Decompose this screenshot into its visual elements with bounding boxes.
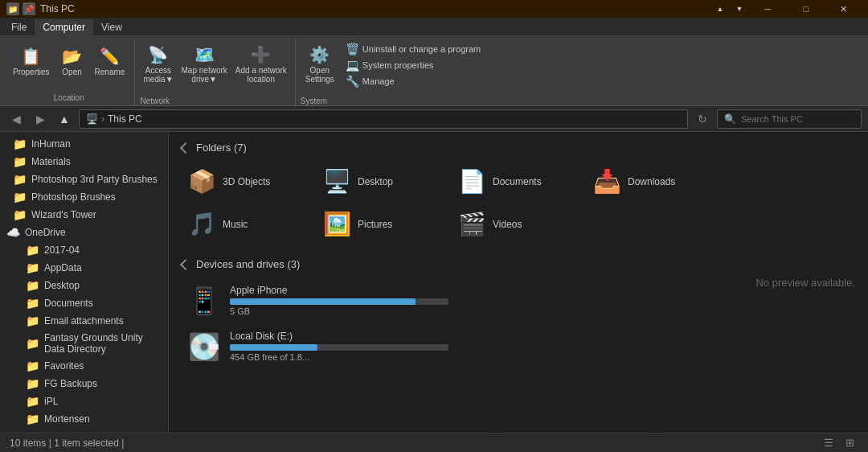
open-settings-button[interactable]: ⚙️ OpenSettings — [301, 42, 339, 85]
ribbon: 📋 Properties 📂 Open ✏️ Rename Location 📡… — [0, 35, 868, 106]
folder-downloads[interactable]: 📥 Downloads — [587, 163, 715, 199]
sidebar-item-fgud[interactable]: 📁 Fantasy Grounds Unity Data Directory — [0, 330, 168, 357]
localdisk-bar-container — [230, 344, 448, 351]
folder-documents[interactable]: 📄 Documents — [452, 163, 580, 199]
localdisk-icon: 💽 — [188, 331, 220, 362]
back-button[interactable]: ◀ — [6, 109, 26, 129]
sidebar-item-ps3rdparty[interactable]: 📁 Photoshop 3rd Party Brushes — [0, 171, 168, 188]
folder-icon: 📁 — [26, 413, 39, 425]
details-view-button[interactable]: ⊞ — [841, 436, 858, 450]
devices-section-label: Devices and drives (3) — [196, 258, 300, 270]
manage-button[interactable]: 🔧 Manage — [342, 74, 484, 88]
folder-documents-name: Documents — [493, 176, 542, 187]
properties-label: Properties — [13, 68, 50, 76]
forward-button[interactable]: ▶ — [31, 109, 50, 129]
iphone-icon: 📱 — [188, 286, 220, 316]
address-bar[interactable]: 🖥️ › This PC — [79, 109, 688, 129]
search-icon: 🔍 — [724, 113, 736, 125]
folder-desktop[interactable]: 🖥️ Desktop — [317, 163, 445, 199]
folder-desktop-icon: 🖥️ — [323, 168, 351, 195]
manage-label: Manage — [362, 76, 395, 86]
sidebar-label: Mortensen — [44, 413, 90, 425]
minimize-button[interactable]: ─ — [750, 0, 786, 18]
device-iphone[interactable]: 📱 Apple iPhone 5 GB — [182, 280, 455, 321]
sidebar-item-music[interactable]: 📁 Music — [0, 428, 168, 433]
search-input[interactable] — [741, 114, 854, 124]
uninstall-label: Uninstall or change a program — [362, 44, 481, 54]
sidebar-item-fgbackups[interactable]: 📁 FG Backups — [0, 375, 168, 392]
sidebar-item-desktop[interactable]: 📁 Desktop — [0, 277, 168, 294]
system-props-button[interactable]: 💻 System properties — [342, 58, 484, 72]
title-bar-icons: 📁 📌 — [6, 2, 35, 15]
devices-section-header: Devices and drives (3) — [182, 258, 855, 270]
sidebar-item-inhuman[interactable]: 📁 InHuman — [0, 135, 168, 153]
folder-music-icon: 🎵 — [188, 211, 216, 237]
close-button[interactable]: ✕ — [825, 0, 862, 18]
access-media-button[interactable]: 📡 Accessmedia▼ — [140, 42, 176, 95]
sidebar-item-onedrive[interactable]: ☁️ OneDrive — [0, 224, 168, 241]
refresh-button[interactable]: ↻ — [693, 109, 712, 129]
settings-icon: ⚙️ — [309, 43, 331, 66]
list-view-button[interactable]: ☰ — [820, 436, 837, 450]
folder-pictures[interactable]: 🖼️ Pictures — [317, 206, 445, 242]
properties-button[interactable]: 📋 Properties — [10, 43, 53, 78]
search-bar[interactable]: 🔍 — [717, 109, 862, 129]
maximize-button[interactable]: □ — [788, 0, 824, 18]
add-location-button[interactable]: ➕ Add a networklocation — [232, 42, 290, 95]
rename-button[interactable]: ✏️ Rename — [92, 43, 129, 78]
open-icon: 📂 — [61, 45, 84, 68]
sidebar-item-favorites[interactable]: 📁 Favorites — [0, 357, 168, 375]
map-drive-label: Map networkdrive▼ — [182, 66, 227, 84]
sidebar-label: Favorites — [44, 360, 84, 372]
settings-label: OpenSettings — [305, 66, 334, 84]
sidebar-item-ipl[interactable]: 📁 iPL — [0, 392, 168, 410]
title-bar: 📁 📌 This PC ▲ ▼ ─ □ ✕ — [0, 0, 868, 18]
sidebar-item-psbrushes[interactable]: 📁 Photoshop Brushes — [0, 188, 168, 206]
rename-icon: ✏️ — [98, 45, 121, 68]
sidebar-item-2017[interactable]: 📁 2017-04 — [0, 241, 168, 259]
address-computer-icon: 🖥️ — [86, 113, 98, 125]
up-button[interactable]: ▲ — [55, 109, 74, 129]
ribbon-expand-button[interactable]: ▼ — [731, 0, 748, 18]
uninstall-button[interactable]: 🗑️ Uninstall or change a program — [342, 42, 484, 56]
sidebar-item-wizardstower[interactable]: 📁 Wizard's Tower — [0, 206, 168, 224]
folder-icon: 📁 — [26, 279, 39, 292]
quick-access-icon[interactable]: 📁 — [6, 2, 19, 15]
folder-3dobjects-icon: 📦 — [188, 168, 216, 195]
map-drive-icon: 🗺️ — [193, 43, 215, 66]
sidebar-label: Materials — [31, 156, 71, 167]
system-props-label: System properties — [362, 60, 434, 70]
device-localdisk[interactable]: 💽 Local Disk (E:) 454 GB free of 1.8... — [182, 326, 455, 367]
sidebar-item-emailattach[interactable]: 📁 Email attachments — [0, 312, 168, 330]
folder-icon: 📁 — [26, 360, 39, 372]
tab-view[interactable]: View — [93, 19, 130, 35]
pin-icon[interactable]: 📌 — [23, 2, 35, 15]
system-small-items: 🗑️ Uninstall or change a program 💻 Syste… — [342, 42, 484, 88]
map-drive-button[interactable]: 🗺️ Map networkdrive▼ — [178, 42, 231, 95]
sidebar-label: iPL — [44, 396, 58, 407]
localdisk-size: 454 GB free of 1.8... — [230, 352, 448, 362]
sidebar-item-mortensen[interactable]: 📁 Mortensen — [0, 410, 168, 428]
status-bar: 10 items | 1 item selected | ☰ ⊞ — [0, 433, 868, 452]
localdisk-bar — [230, 344, 317, 351]
tab-file[interactable]: File — [3, 19, 35, 35]
folder-3dobjects[interactable]: 📦 3D Objects — [182, 163, 310, 199]
devices-list: 📱 Apple iPhone 5 GB 💽 Local Disk (E:) 4 — [182, 280, 855, 367]
folders-section-label: Folders (7) — [196, 142, 247, 154]
sidebar-item-materials[interactable]: 📁 Materials — [0, 153, 168, 171]
status-info: 10 items | 1 item selected | — [10, 438, 124, 449]
add-location-icon: ➕ — [250, 43, 272, 66]
folder-desktop-name: Desktop — [358, 176, 393, 187]
rename-label: Rename — [95, 68, 125, 76]
open-button[interactable]: 📂 Open — [56, 43, 88, 78]
sidebar-item-appdata[interactable]: 📁 AppData — [0, 259, 168, 277]
folder-downloads-name: Downloads — [628, 176, 675, 187]
folder-music[interactable]: 🎵 Music — [182, 206, 310, 242]
folder-videos[interactable]: 🎬 Videos — [452, 206, 580, 242]
sidebar-item-documents[interactable]: 📁 Documents — [0, 294, 168, 312]
location-items: 📋 Properties 📂 Open ✏️ Rename — [10, 42, 128, 92]
ribbon-collapse-button[interactable]: ▲ — [711, 0, 729, 18]
tab-computer[interactable]: Computer — [35, 19, 93, 35]
iphone-bar-container — [230, 298, 448, 305]
network-items: 📡 Accessmedia▼ 🗺️ Map networkdrive▼ ➕ Ad… — [140, 42, 289, 95]
